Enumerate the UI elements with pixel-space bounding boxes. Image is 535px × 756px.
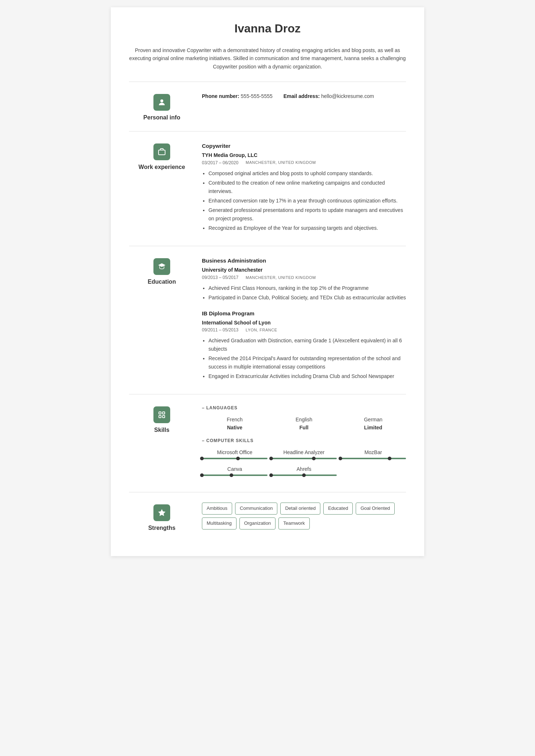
school-1: University of Manchester xyxy=(202,266,406,274)
edu-meta-2: 09/2011 – 05/2013 Lyon, France xyxy=(202,327,406,334)
skill-name-headline: Headline Analyzer xyxy=(271,448,337,456)
edu-location-1: Manchester, United Kingdom xyxy=(246,275,316,281)
degree-2: IB Diploma Program xyxy=(202,309,406,318)
company-name-1: TYH Media Group, LLC xyxy=(202,151,406,159)
tag-goal-oriented: Goal Oriented xyxy=(356,503,395,515)
languages-grid: French Native English Full German Limite… xyxy=(202,416,406,432)
job-title-1: Copywriter xyxy=(202,142,406,150)
edu-location-2: Lyon, France xyxy=(246,327,277,334)
tag-multitasking: Multitasking xyxy=(202,517,237,529)
job-meta-1: 03/2017 – 06/2020 Manchester, United Kin… xyxy=(202,160,406,166)
section-left-skills: Skills xyxy=(129,405,195,482)
lang-name-german: German xyxy=(340,416,406,424)
computer-skills-subsection: – COMPUTER SKILLS Microsoft Office Headl… xyxy=(202,437,406,476)
phone-item: Phone number: 555-555-5555 xyxy=(202,92,273,100)
computer-skills-label: – COMPUTER SKILLS xyxy=(202,437,406,444)
lang-name-french: French xyxy=(202,416,268,424)
edu-date-2: 09/2011 – 05/2013 xyxy=(202,327,238,334)
skills-content: – LANGUAGES French Native English Full G… xyxy=(202,405,406,482)
strengths-icon xyxy=(153,504,170,521)
skill-canva: Canva xyxy=(202,465,268,476)
header: Ivanna Droz xyxy=(129,22,406,35)
personal-info-icon xyxy=(153,94,170,111)
bullet-item: Contributed to the creation of new onlin… xyxy=(208,179,406,195)
strengths-content: Ambitious Communication Detail oriented … xyxy=(202,503,406,531)
job-date-1: 03/2017 – 06/2020 xyxy=(202,160,238,166)
edu-date-1: 09/2013 – 05/2017 xyxy=(202,274,238,281)
bullet-item: Achieved First Class Honours, ranking in… xyxy=(208,284,406,292)
candidate-name: Ivanna Droz xyxy=(129,22,406,35)
svg-rect-1 xyxy=(159,150,165,155)
email-label: Email address: xyxy=(284,93,320,99)
edu-meta-1: 09/2013 – 05/2017 Manchester, United Kin… xyxy=(202,274,406,281)
lang-german: German Limited xyxy=(340,416,406,432)
tag-educated: Educated xyxy=(323,503,353,515)
svg-rect-5 xyxy=(163,416,165,418)
section-left-education: Education xyxy=(129,256,195,384)
skill-bar-headline xyxy=(271,458,337,459)
job-location-1: Manchester, United Kingdom xyxy=(246,160,316,166)
work-experience-section: Work experience Copywriter TYH Media Gro… xyxy=(129,131,406,246)
lang-english: English Full xyxy=(271,416,337,432)
strengths-title: Strengths xyxy=(148,525,176,531)
education-section: Education Business Administration Univer… xyxy=(129,246,406,394)
skill-name-ahrefs: Ahrefs xyxy=(271,465,337,473)
skill-ahrefs: Ahrefs xyxy=(271,465,337,476)
work-experience-content: Copywriter TYH Media Group, LLC 03/2017 … xyxy=(202,142,406,236)
bullet-item: Recognized as Employee of the Year for s… xyxy=(208,224,406,232)
strengths-section: Strengths Ambitious Communication Detail… xyxy=(129,492,406,542)
svg-marker-6 xyxy=(158,509,165,516)
personal-info-content: Phone number: 555-555-5555 Email address… xyxy=(202,92,406,121)
tag-communication: Communication xyxy=(235,503,277,515)
edu-entry-1: Business Administration University of Ma… xyxy=(202,256,406,302)
svg-rect-3 xyxy=(163,412,165,414)
work-experience-icon xyxy=(153,143,170,160)
skill-headline: Headline Analyzer xyxy=(271,448,337,459)
skill-name-canva: Canva xyxy=(202,465,268,473)
tag-detail-oriented: Detail oriented xyxy=(280,503,320,515)
skill-mozbar: MozBar xyxy=(340,448,406,459)
section-left-strengths: Strengths xyxy=(129,503,195,531)
education-title: Education xyxy=(148,279,176,285)
tag-organization: Organization xyxy=(239,517,276,529)
phone-label: Phone number: xyxy=(202,93,239,99)
edu-entry-2: IB Diploma Program International School … xyxy=(202,309,406,381)
tag-ambitious: Ambitious xyxy=(202,503,232,515)
summary-text: Proven and innovative Copywriter with a … xyxy=(129,46,406,71)
lang-level-german: Limited xyxy=(340,424,406,432)
languages-subsection: – LANGUAGES French Native English Full G… xyxy=(202,405,406,432)
skill-bar-canva xyxy=(202,475,268,476)
skills-title: Skills xyxy=(154,427,169,433)
lang-level-english: Full xyxy=(271,424,337,432)
education-icon xyxy=(153,258,170,275)
education-content: Business Administration University of Ma… xyxy=(202,256,406,384)
school-2: International School of Lyon xyxy=(202,319,406,327)
skill-name-ms-office: Microsoft Office xyxy=(202,448,268,456)
skills-icon xyxy=(153,406,170,423)
skills-section: Skills – LANGUAGES French Native English… xyxy=(129,394,406,492)
lang-level-french: Native xyxy=(202,424,268,432)
job-entry: Copywriter TYH Media Group, LLC 03/2017 … xyxy=(202,142,406,232)
skill-bar-mozbar xyxy=(340,458,406,459)
personal-info-row: Phone number: 555-555-5555 Email address… xyxy=(202,92,406,100)
bullet-item: Participated in Dance Club, Political So… xyxy=(208,294,406,302)
edu-bullets-1: Achieved First Class Honours, ranking in… xyxy=(202,284,406,302)
work-experience-title: Work experience xyxy=(138,164,185,170)
bullet-item: Enhanced conversion rate by 17% in a yea… xyxy=(208,197,406,205)
degree-1: Business Administration xyxy=(202,256,406,265)
skill-ms-office: Microsoft Office xyxy=(202,448,268,459)
email-value: hello@kickresume.com xyxy=(321,93,374,99)
skill-name-mozbar: MozBar xyxy=(340,448,406,456)
personal-info-title: Personal info xyxy=(143,114,180,121)
bullet-item: Received the 2014 Principal's Award for … xyxy=(208,354,406,371)
languages-label: – LANGUAGES xyxy=(202,405,406,412)
computer-skills-grid: Microsoft Office Headline Analyzer MozBa… xyxy=(202,448,406,476)
bullet-item: Achieved Graduation with Distinction, ea… xyxy=(208,336,406,353)
bullet-item: Composed original articles and blog post… xyxy=(208,169,406,177)
edu-bullets-2: Achieved Graduation with Distinction, ea… xyxy=(202,336,406,380)
skill-bar-ahrefs xyxy=(271,475,337,476)
job-bullets-1: Composed original articles and blog post… xyxy=(202,169,406,232)
lang-name-english: English xyxy=(271,416,337,424)
tag-teamwork: Teamwork xyxy=(278,517,309,529)
skill-bar-ms-office xyxy=(202,458,268,459)
